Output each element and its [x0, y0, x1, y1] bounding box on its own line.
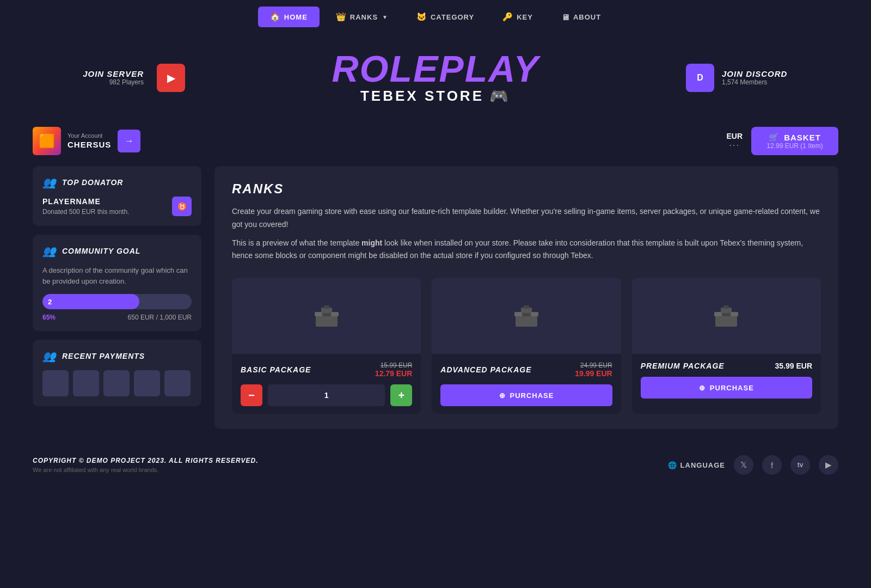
- donator-taurus-button[interactable]: ♉: [172, 197, 192, 216]
- nav-about[interactable]: 🖥 ABOUT: [549, 7, 613, 27]
- twitch-button[interactable]: tv: [790, 455, 810, 475]
- payment-avatar-5: [164, 370, 191, 396]
- minus-icon: −: [248, 389, 255, 402]
- account-name: CHERSUS: [68, 139, 111, 150]
- footer-left: COPYRIGHT © DEMO PROJECT 2023. ALL RIGHT…: [33, 457, 259, 473]
- package-advanced-body: ADVANCED PACKAGE 24.99 EUR 19.99 EUR ⊕ P…: [432, 354, 621, 414]
- package-premium-image: [632, 278, 821, 354]
- advanced-purchase-label: PURCHASE: [510, 391, 554, 400]
- sidebar: 👥 TOP DONATOR PLAYERNAME Donated 500 EUR…: [33, 166, 201, 429]
- twitter-button[interactable]: 𝕏: [734, 455, 753, 475]
- basket-icon: 🛒: [769, 132, 780, 142]
- qty-input[interactable]: [268, 384, 385, 406]
- package-premium-title-row: PREMIUM PACKAGE 35.99 EUR: [641, 362, 812, 370]
- category-icon: 🐱: [416, 12, 427, 22]
- donator-sub: Donated 500 EUR this month.: [42, 207, 129, 217]
- nav-ranks[interactable]: 👑 RANKS ▼: [324, 7, 400, 27]
- hero-left: JOIN SERVER 982 Players ▶: [44, 64, 185, 92]
- basket-label: BASKET: [784, 133, 821, 142]
- crown-icon: 👑: [336, 12, 347, 22]
- account-logout-button[interactable]: →: [118, 130, 140, 152]
- facebook-icon: f: [771, 461, 773, 470]
- premium-purchase-button[interactable]: ⊕ PURCHASE: [641, 377, 812, 399]
- join-server-button[interactable]: ▶: [157, 64, 185, 92]
- join-server-players: 982 Players: [83, 78, 144, 86]
- account-bar: 🟧 Your Account CHERSUS → EUR ··· 🛒 BASKE…: [0, 121, 871, 161]
- hero-right: D JOIN DISCORD 1,574 Members: [686, 64, 827, 92]
- progress-amount: 650 EUR / 1,000 EUR: [128, 314, 192, 321]
- join-discord-title: JOIN DISCORD: [722, 69, 787, 78]
- join-discord-text: JOIN DISCORD 1,574 Members: [722, 69, 787, 86]
- discord-icon: D: [697, 73, 703, 83]
- nav-ranks-label: RANKS: [350, 13, 378, 21]
- package-basic-old-price: 15.99 EUR: [375, 362, 412, 369]
- progress-bar: 2: [42, 294, 192, 309]
- navbar: 🏠 HOME 👑 RANKS ▼ 🐱 CATEGORY 🔑 KEY 🖥 ABOU…: [0, 0, 871, 34]
- community-desc: A description of the community goal whic…: [42, 265, 192, 286]
- recent-payments-title: RECENT PAYMENTS: [62, 352, 145, 360]
- svg-rect-9: [524, 305, 529, 309]
- package-basic-actions: − +: [241, 384, 412, 406]
- monitor-icon: 🖥: [561, 13, 570, 22]
- payment-avatar-4: [134, 370, 160, 396]
- nav-key[interactable]: 🔑 KEY: [490, 7, 545, 27]
- join-server-title: JOIN SERVER: [83, 69, 144, 78]
- facebook-button[interactable]: f: [762, 455, 782, 475]
- play-icon: ▶: [167, 71, 175, 84]
- language-selector[interactable]: 🌐 LANGUAGE: [668, 461, 725, 469]
- plus-circle-icon-2: ⊕: [699, 384, 706, 392]
- logo-sub-text: TEBEX STORE 🎮: [185, 87, 686, 105]
- package-premium-icon: [710, 302, 743, 329]
- account-label: Your Account: [68, 132, 111, 139]
- join-server-text: JOIN SERVER 982 Players: [83, 69, 144, 86]
- basket-button[interactable]: 🛒 BASKET 12.99 EUR (1 Item): [751, 127, 838, 155]
- package-premium: PREMIUM PACKAGE 35.99 EUR ⊕ PURCHASE: [632, 278, 821, 414]
- nav-category-label: CATEGORY: [431, 13, 474, 21]
- nav-home[interactable]: 🏠 HOME: [258, 7, 320, 27]
- nav-about-label: ABOUT: [573, 13, 601, 21]
- premium-purchase-label: PURCHASE: [710, 384, 754, 392]
- nav-category[interactable]: 🐱 CATEGORY: [404, 7, 486, 27]
- youtube-icon: ▶: [825, 460, 832, 470]
- donator-icon: 👥: [42, 176, 57, 189]
- plus-icon: +: [398, 389, 404, 402]
- package-premium-name: PREMIUM PACKAGE: [641, 362, 725, 370]
- footer-disclaimer: We are not affiliated with any real worl…: [33, 467, 259, 473]
- community-goal-card: 👥 COMMUNITY GOAL A description of the co…: [33, 235, 201, 331]
- footer-right: 🌐 LANGUAGE 𝕏 f tv ▶: [668, 455, 838, 475]
- package-basic-icon: [310, 302, 343, 329]
- package-advanced-name: ADVANCED PACKAGE: [440, 365, 531, 374]
- package-premium-price: 35.99 EUR: [775, 362, 812, 370]
- chevron-down-icon: ▼: [382, 14, 388, 20]
- currency-label: EUR: [726, 132, 743, 140]
- advanced-purchase-button[interactable]: ⊕ PURCHASE: [440, 384, 612, 406]
- youtube-button[interactable]: ▶: [819, 455, 838, 475]
- twitter-icon: 𝕏: [740, 460, 747, 470]
- payment-avatar-3: [103, 370, 130, 396]
- progress-number: 2: [48, 298, 52, 306]
- svg-rect-14: [723, 305, 729, 309]
- donator-name: PLAYERNAME: [42, 197, 129, 207]
- section-desc-2: This is a preview of what the template m…: [232, 237, 821, 263]
- join-discord-button[interactable]: D: [686, 64, 714, 92]
- currency-dots: ···: [726, 140, 743, 150]
- package-basic-price: 15.99 EUR 12.79 EUR: [375, 362, 412, 378]
- arrow-right-icon: →: [125, 136, 133, 146]
- packages-grid: BASIC PACKAGE 15.99 EUR 12.79 EUR − +: [232, 278, 821, 414]
- community-goal-header: 👥 COMMUNITY GOAL: [42, 244, 192, 258]
- qty-minus-button[interactable]: −: [241, 384, 262, 406]
- qty-plus-button[interactable]: +: [390, 384, 412, 406]
- join-discord-members: 1,574 Members: [722, 78, 787, 86]
- top-donator-card: 👥 TOP DONATOR PLAYERNAME Donated 500 EUR…: [33, 166, 201, 226]
- package-premium-single-price: 35.99 EUR: [775, 362, 812, 370]
- nav-key-label: KEY: [517, 13, 533, 21]
- package-basic-new-price: 12.79 EUR: [375, 369, 412, 378]
- avatar: 🟧: [33, 127, 61, 155]
- currency-selector[interactable]: EUR ···: [726, 132, 743, 150]
- package-basic-title-row: BASIC PACKAGE 15.99 EUR 12.79 EUR: [241, 362, 412, 378]
- logo-main-text: ROLEPLAY: [185, 50, 686, 87]
- taurus-icon: ♉: [177, 202, 187, 211]
- package-premium-body: PREMIUM PACKAGE 35.99 EUR ⊕ PURCHASE: [632, 354, 821, 406]
- progress-fill: 2: [42, 294, 139, 309]
- package-basic-image: [232, 278, 421, 354]
